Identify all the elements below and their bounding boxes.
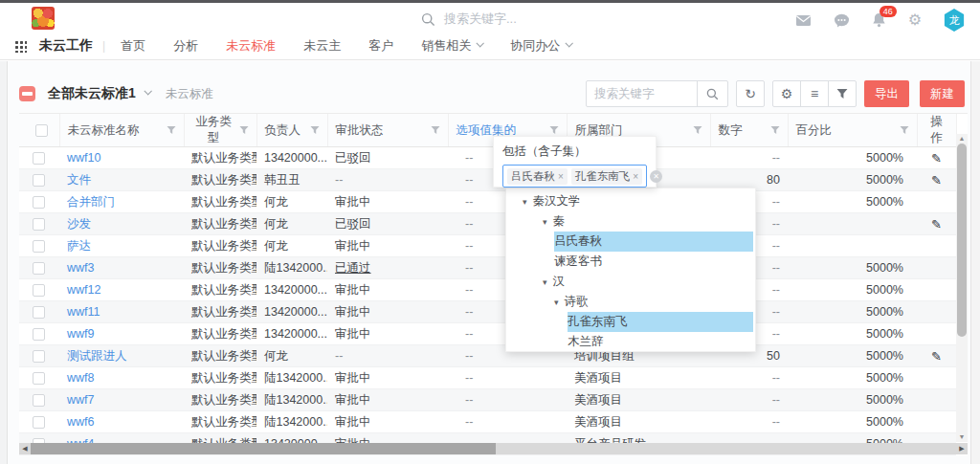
funnel-icon[interactable]: [310, 125, 320, 135]
export-button[interactable]: 导出: [864, 80, 909, 107]
scroll-right-icon[interactable]: ▶: [956, 443, 968, 454]
row-checkbox[interactable]: [33, 196, 45, 209]
header-name[interactable]: 未云标准名称: [59, 114, 184, 147]
nav-item-collaboration[interactable]: 协同办公: [510, 37, 571, 55]
filter-mode-label[interactable]: 包括（含子集）: [502, 144, 647, 160]
list-search-button[interactable]: [697, 81, 727, 106]
row-checkbox[interactable]: [33, 240, 45, 253]
expand-arrow-icon[interactable]: ▾: [523, 197, 527, 207]
tree-node[interactable]: ▾秦: [506, 211, 755, 232]
funnel-icon[interactable]: [693, 125, 702, 135]
remove-tag-icon[interactable]: ×: [633, 171, 638, 182]
remove-tag-icon[interactable]: ×: [558, 171, 564, 182]
scroll-down-icon[interactable]: ▼: [956, 432, 968, 442]
filter-tag-input[interactable]: 吕氏春秋 × 孔雀东南飞 × ✕: [502, 165, 647, 188]
notifications-bell-icon[interactable]: 46: [872, 12, 886, 28]
record-link[interactable]: wwf8: [59, 367, 184, 389]
edit-pencil-icon[interactable]: ✎: [931, 349, 942, 364]
row-checkbox[interactable]: [33, 152, 45, 165]
nav-item-sales[interactable]: 销售相关: [421, 37, 482, 55]
tree-node-selected[interactable]: 孔雀东南飞: [506, 312, 755, 332]
row-checkbox[interactable]: [33, 262, 45, 275]
row-checkbox[interactable]: [33, 394, 45, 407]
funnel-icon[interactable]: [770, 125, 780, 135]
tree-node-selected[interactable]: 吕氏春秋: [506, 232, 755, 252]
header-number[interactable]: 数字: [710, 114, 788, 147]
funnel-icon[interactable]: [431, 125, 440, 135]
horizontal-scroll-thumb[interactable]: [31, 443, 496, 454]
record-link[interactable]: wwf6: [59, 411, 184, 433]
record-link[interactable]: wwf9: [59, 323, 184, 345]
table-row: wwf6 默认业务类型 陆1342000... 审批中 -- 美酒项目 -- 5…: [19, 411, 956, 433]
nav-item-analysis[interactable]: 分析: [173, 37, 198, 55]
record-link[interactable]: wwf11: [59, 301, 184, 323]
vertical-scroll-thumb[interactable]: [957, 144, 967, 337]
global-search[interactable]: 搜索关键字...: [421, 11, 517, 28]
scroll-up-icon[interactable]: ▲: [956, 134, 968, 144]
tree-node[interactable]: 木兰辞: [506, 332, 755, 352]
chat-icon[interactable]: [834, 13, 850, 28]
funnel-icon[interactable]: [239, 125, 249, 135]
refresh-button[interactable]: ↻: [736, 80, 765, 107]
settings-gear-icon[interactable]: ⚙: [908, 12, 922, 28]
edit-pencil-icon[interactable]: ✎: [931, 173, 942, 188]
record-link[interactable]: 合并部门: [59, 191, 184, 213]
edit-pencil-icon[interactable]: ✎: [931, 217, 942, 232]
expand-arrow-icon[interactable]: ▾: [543, 277, 547, 287]
expand-arrow-icon[interactable]: ▾: [543, 217, 547, 227]
chevron-down-icon[interactable]: [144, 87, 151, 95]
scroll-left-icon[interactable]: ◀: [19, 443, 31, 454]
header-status[interactable]: 审批状态: [327, 114, 448, 147]
record-link[interactable]: 萨达: [59, 235, 184, 257]
record-link[interactable]: wwf10: [59, 147, 184, 169]
app-logo[interactable]: [32, 7, 55, 30]
view-title[interactable]: 全部未云标准1: [48, 85, 136, 102]
app-grid-icon[interactable]: [14, 40, 27, 53]
nav-item-weiyun-main[interactable]: 未云主: [303, 37, 341, 55]
row-checkbox[interactable]: [33, 174, 45, 187]
filter-button[interactable]: [828, 80, 857, 107]
tree-node[interactable]: ▾汉: [506, 272, 755, 292]
tree-node[interactable]: ▾诗歌: [506, 292, 755, 312]
header-owner[interactable]: 负责人: [256, 114, 327, 147]
row-checkbox[interactable]: [33, 416, 45, 429]
row-checkbox[interactable]: [33, 328, 45, 341]
expand-arrow-icon[interactable]: ▾: [554, 298, 559, 307]
record-link[interactable]: wwf3: [59, 257, 184, 279]
clear-input-icon[interactable]: ✕: [650, 170, 662, 183]
list-view-button[interactable]: ≡: [800, 80, 829, 107]
row-checkbox[interactable]: [33, 306, 45, 319]
funnel-icon[interactable]: [167, 125, 176, 135]
edit-pencil-icon[interactable]: ✎: [931, 151, 942, 166]
nav-item-customer[interactable]: 客户: [368, 37, 393, 55]
header-percent[interactable]: 百分比: [788, 114, 917, 147]
row-checkbox[interactable]: [33, 350, 45, 363]
row-checkbox[interactable]: [33, 372, 45, 385]
nav-item-home[interactable]: 首页: [121, 37, 145, 55]
row-checkbox[interactable]: [33, 218, 45, 231]
record-link[interactable]: 沙发: [59, 213, 184, 235]
create-button[interactable]: 新建: [920, 80, 965, 107]
record-link[interactable]: 文件: [59, 169, 184, 191]
search-icon: [421, 12, 435, 27]
tree-node[interactable]: ▾秦汉文学: [506, 191, 755, 211]
funnel-icon[interactable]: [549, 125, 559, 135]
filter-tag: 吕氏春秋 ×: [507, 168, 568, 185]
table-horizontal-scrollbar[interactable]: ◀ ▶: [19, 443, 968, 454]
row-checkbox[interactable]: [33, 284, 45, 297]
funnel-icon[interactable]: [900, 125, 909, 135]
column-settings-button[interactable]: ⚙: [772, 80, 801, 107]
workspace-title[interactable]: 未云工作: [39, 37, 93, 55]
mail-icon[interactable]: [795, 13, 812, 27]
user-avatar[interactable]: 龙: [944, 9, 965, 32]
record-link[interactable]: 测试跟进人: [59, 345, 184, 367]
nav-item-weiyun-standard[interactable]: 未云标准: [226, 37, 276, 55]
tree-node[interactable]: 谏逐客书: [506, 252, 755, 272]
record-link[interactable]: wwf12: [59, 279, 184, 301]
table-vertical-scrollbar[interactable]: ▲ ▼: [956, 134, 968, 442]
browser-scrollbar-track[interactable]: [970, 61, 980, 464]
record-link[interactable]: wwf7: [59, 389, 184, 411]
select-all-checkbox[interactable]: [35, 124, 48, 137]
list-search-box[interactable]: 搜索关键字: [586, 80, 728, 107]
header-type[interactable]: 业务类型: [184, 114, 256, 147]
